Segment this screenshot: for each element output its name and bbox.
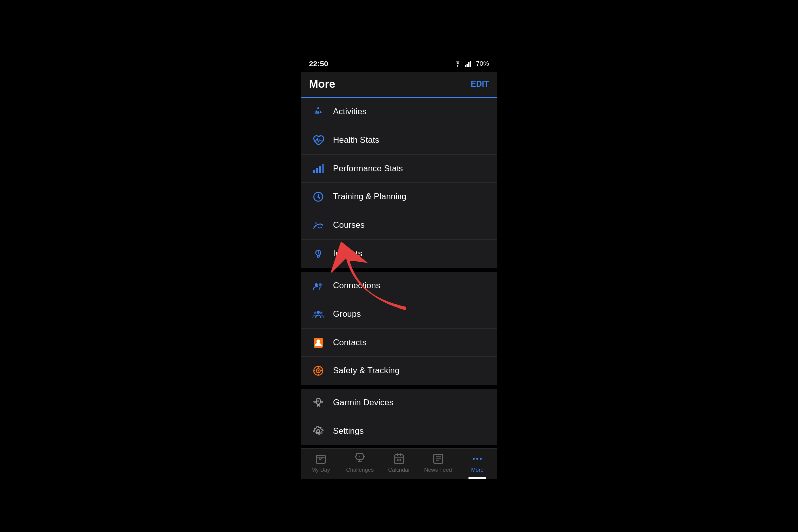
svg-rect-2	[467, 64, 468, 67]
svg-point-14	[318, 252, 319, 253]
svg-rect-42	[400, 459, 401, 461]
menu-section-1: Activities Health Stats	[301, 98, 497, 268]
status-icons: 70%	[454, 60, 489, 67]
safety-tracking-label: Safety & Tracking	[333, 366, 399, 376]
courses-icon	[311, 218, 325, 232]
news-feed-label: News Feed	[424, 467, 452, 473]
menu-item-garmin-devices[interactable]: Garmin Devices	[301, 389, 497, 417]
contacts-label: Contacts	[333, 338, 367, 348]
svg-point-21	[316, 339, 320, 343]
svg-point-17	[314, 311, 316, 314]
svg-rect-6	[313, 170, 315, 173]
battery-text: 70%	[476, 60, 489, 67]
status-bar: 22:50 70%	[301, 54, 497, 72]
menu-item-activities[interactable]: Activities	[301, 98, 497, 126]
svg-point-5	[317, 107, 319, 109]
menu-item-health-stats[interactable]: Health Stats	[301, 126, 497, 155]
performance-stats-label: Performance Stats	[333, 164, 403, 174]
svg-rect-40	[397, 459, 398, 461]
svg-rect-1	[465, 65, 466, 67]
calendar-icon	[393, 453, 405, 465]
insights-label: Insights	[333, 249, 363, 259]
groups-label: Groups	[333, 309, 361, 319]
menu-item-insights[interactable]: Insights	[301, 240, 497, 268]
nav-item-calendar[interactable]: Calendar	[380, 453, 419, 473]
menu-item-connections[interactable]: Connections	[301, 272, 497, 300]
nav-item-more[interactable]: More	[458, 453, 497, 473]
more-icon	[471, 453, 483, 465]
wifi-icon	[454, 61, 462, 67]
menu-item-training-planning[interactable]: Training & Planning	[301, 183, 497, 211]
svg-point-48	[476, 458, 478, 460]
svg-point-11	[317, 196, 319, 198]
calendar-label: Calendar	[388, 467, 410, 473]
performance-stats-icon	[311, 162, 325, 176]
svg-point-0	[457, 66, 458, 67]
nav-item-challenges[interactable]: Challenges	[340, 453, 380, 473]
svg-point-31	[317, 400, 319, 402]
status-time: 22:50	[309, 59, 328, 68]
edit-button[interactable]: EDIT	[471, 80, 489, 89]
settings-icon	[311, 424, 325, 438]
svg-rect-4	[470, 61, 472, 67]
groups-icon	[311, 307, 325, 321]
settings-label: Settings	[333, 426, 364, 436]
svg-point-47	[473, 458, 475, 460]
menu-item-safety-tracking[interactable]: Safety & Tracking	[301, 357, 497, 385]
contacts-icon	[311, 336, 325, 350]
svg-point-35	[359, 456, 360, 457]
bottom-navigation: My Day Challenges Calendar	[301, 448, 497, 479]
svg-point-49	[480, 458, 482, 460]
svg-rect-30	[317, 404, 320, 406]
activities-label: Activities	[333, 107, 367, 117]
training-planning-label: Training & Planning	[333, 192, 407, 202]
menu-section-2: Connections Groups	[301, 272, 497, 385]
challenges-icon	[354, 453, 366, 465]
svg-rect-7	[316, 168, 318, 173]
courses-label: Courses	[333, 220, 365, 230]
svg-point-18	[317, 311, 320, 314]
news-feed-icon	[432, 453, 444, 465]
content-area: Activities Health Stats	[301, 98, 497, 448]
activities-icon	[311, 105, 325, 119]
challenges-label: Challenges	[346, 467, 374, 473]
connections-label: Connections	[333, 281, 381, 291]
phone-screen: 22:50 70% More EDIT	[301, 54, 497, 479]
header: More EDIT	[301, 72, 497, 98]
garmin-devices-label: Garmin Devices	[333, 398, 394, 408]
nav-item-my-day[interactable]: My Day	[301, 453, 341, 473]
health-stats-icon	[311, 133, 325, 147]
safety-tracking-icon	[311, 364, 325, 378]
insights-icon	[311, 247, 325, 261]
svg-rect-8	[319, 166, 321, 173]
garmin-devices-icon	[311, 396, 325, 410]
svg-rect-9	[322, 164, 324, 173]
my-day-label: My Day	[311, 467, 330, 473]
my-day-icon	[315, 453, 327, 465]
svg-point-24	[317, 370, 319, 371]
menu-item-courses[interactable]: Courses	[301, 211, 497, 240]
menu-item-performance-stats[interactable]: Performance Stats	[301, 155, 497, 183]
svg-point-16	[319, 283, 322, 286]
svg-point-19	[320, 311, 322, 314]
connections-icon	[311, 279, 325, 293]
menu-item-settings[interactable]: Settings	[301, 417, 497, 445]
signal-icon	[465, 61, 473, 67]
nav-item-news-feed[interactable]: News Feed	[418, 453, 458, 473]
svg-rect-41	[398, 459, 399, 461]
menu-section-3: Garmin Devices Settings	[301, 389, 497, 445]
health-stats-label: Health Stats	[333, 135, 380, 145]
menu-item-groups[interactable]: Groups	[301, 300, 497, 329]
svg-point-15	[315, 283, 318, 286]
menu-item-contacts[interactable]: Contacts	[301, 329, 497, 357]
svg-rect-3	[468, 62, 470, 67]
training-planning-icon	[311, 190, 325, 204]
page-title: More	[309, 78, 336, 91]
active-indicator	[468, 477, 486, 479]
more-label: More	[471, 467, 484, 473]
